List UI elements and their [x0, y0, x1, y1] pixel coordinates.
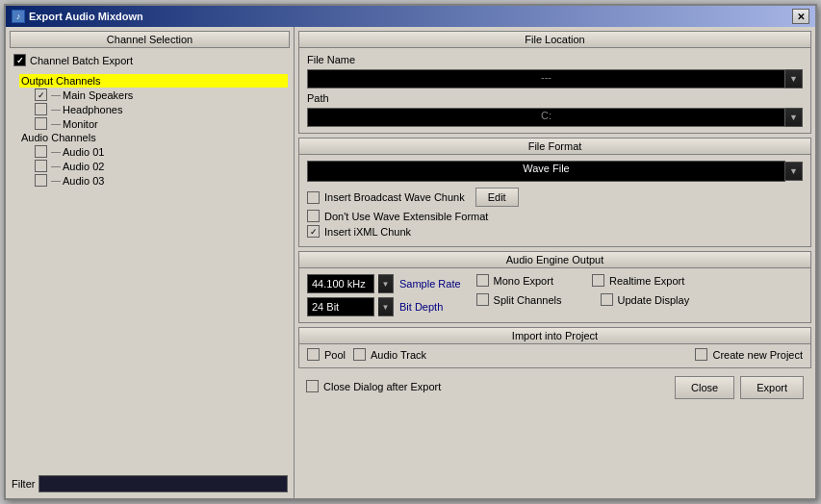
sample-rate-arrow[interactable]: ▼ — [378, 274, 394, 293]
import-right: Create new Project — [695, 348, 803, 364]
audio-engine-section: Audio Engine Output 44.100 kHz ▼ Sample … — [298, 251, 811, 323]
realtime-export-checkbox[interactable] — [592, 274, 604, 287]
wave-extensible-label: Don't Use Wave Extensible Format — [324, 211, 488, 222]
tree-line-4: — — [51, 146, 61, 157]
engine-checks-top: Mono Export Realtime Export — [476, 274, 803, 290]
tree-audio-01[interactable]: — Audio 01 — [33, 144, 288, 159]
format-dropdown-row: Wave File ▼ — [307, 161, 803, 182]
file-name-label: File Name — [307, 54, 803, 65]
format-select[interactable]: Wave File — [307, 161, 785, 182]
update-display-label: Update Display — [618, 294, 690, 306]
update-display-checkbox[interactable] — [601, 293, 613, 306]
sample-rate-label: Sample Rate — [399, 278, 461, 290]
right-panel: File Location File Name --- ▼ Path C: ▼ — [295, 27, 815, 498]
tree-main-speakers[interactable]: — Main Speakers — [33, 88, 288, 102]
create-project-row: Create new Project — [695, 348, 803, 361]
audio03-label: Audio 03 — [63, 175, 104, 187]
realtime-export-label: Realtime Export — [609, 275, 684, 287]
tree-monitor[interactable]: — Monitor — [33, 116, 288, 131]
path-label: Path — [307, 92, 803, 104]
tree-audio-channels[interactable]: Audio Channels — [19, 131, 288, 144]
export-button[interactable]: Export — [740, 376, 804, 399]
tree-audio-channels-label: Audio Channels — [21, 132, 96, 143]
filter-row: Filter — [10, 471, 290, 494]
realtime-export-row: Realtime Export — [592, 274, 684, 287]
file-format-content: Wave File ▼ Insert Broadcast Wave Chunk … — [299, 155, 810, 246]
edit-button[interactable]: Edit — [475, 188, 519, 207]
audio01-label: Audio 01 — [63, 146, 104, 158]
file-name-dropdown-arrow[interactable]: ▼ — [785, 69, 803, 88]
mono-export-checkbox[interactable] — [476, 274, 489, 287]
format-dropdown-arrow[interactable]: ▼ — [785, 162, 803, 181]
sample-rate-row: 44.100 kHz ▼ Sample Rate — [307, 274, 461, 293]
tree-line-1: — — [51, 89, 61, 100]
import-project-header: Import into Project — [299, 328, 810, 344]
engine-left: 44.100 kHz ▼ Sample Rate 24 Bit ▼ Bit De… — [307, 274, 461, 316]
filter-input[interactable] — [38, 475, 288, 492]
broadcast-wave-row: Insert Broadcast Wave Chunk Edit — [307, 188, 803, 207]
wave-extensible-row: Don't Use Wave Extensible Format — [307, 210, 803, 222]
create-project-label: Create new Project — [712, 349, 803, 361]
audio01-checkbox[interactable] — [35, 145, 47, 158]
create-project-checkbox[interactable] — [695, 348, 707, 361]
tree-view: Output Channels — Main Speakers — Headph… — [10, 72, 290, 471]
broadcast-wave-label: Insert Broadcast Wave Chunk — [324, 191, 465, 203]
bit-depth-row: 24 Bit ▼ Bit Depth — [307, 297, 461, 316]
broadcast-wave-checkbox[interactable] — [307, 191, 320, 204]
title-bar: ♪ Export Audio Mixdown ✕ — [6, 6, 815, 27]
audio-engine-header: Audio Engine Output — [299, 252, 810, 268]
tree-audio-02[interactable]: — Audio 02 — [33, 159, 288, 173]
split-channels-row: Split Channels — [476, 293, 562, 306]
file-format-header: File Format — [299, 139, 810, 155]
channel-batch-row: Channel Batch Export — [10, 52, 290, 68]
path-dropdown-arrow[interactable]: ▼ — [785, 108, 803, 127]
btn-row: Close Export — [675, 376, 804, 399]
import-project-section: Import into Project Pool Audio Track Cre… — [298, 327, 811, 368]
file-name-input[interactable]: --- — [307, 69, 785, 88]
main-speakers-checkbox[interactable] — [35, 88, 47, 101]
sample-rate-value: 44.100 kHz — [312, 278, 366, 290]
close-dialog-checkbox[interactable] — [306, 380, 319, 392]
file-location-header: File Location — [299, 32, 810, 48]
wave-extensible-checkbox[interactable] — [307, 210, 320, 222]
tree-line-6: — — [51, 175, 61, 186]
audio-track-label: Audio Track — [371, 349, 426, 361]
bit-depth-select[interactable]: 24 Bit — [307, 297, 374, 316]
bit-depth-arrow[interactable]: ▼ — [378, 297, 394, 316]
ixml-row: Insert iXML Chunk — [307, 225, 803, 238]
filter-label: Filter — [12, 478, 35, 490]
audio02-checkbox[interactable] — [35, 160, 47, 172]
left-panel: Channel Selection Channel Batch Export O… — [6, 27, 295, 498]
ixml-label: Insert iXML Chunk — [324, 226, 411, 238]
audio03-checkbox[interactable] — [35, 174, 47, 187]
tree-audio-03[interactable]: — Audio 03 — [33, 173, 288, 188]
bit-depth-label: Bit Depth — [399, 301, 443, 313]
channel-selection-header: Channel Selection — [10, 31, 290, 48]
close-dialog-row: Close Dialog after Export — [306, 380, 441, 392]
path-row: C: ▼ — [307, 108, 803, 127]
close-window-button[interactable]: ✕ — [792, 9, 809, 24]
engine-right: Mono Export Realtime Export Split Channe… — [476, 274, 803, 309]
bottom-row: Close Dialog after Export Close Export — [298, 372, 811, 403]
monitor-checkbox[interactable] — [35, 117, 47, 130]
ixml-checkbox[interactable] — [307, 225, 320, 238]
tree-headphones[interactable]: — Headphones — [33, 102, 288, 116]
app-icon: ♪ — [12, 10, 25, 23]
audio-engine-content: 44.100 kHz ▼ Sample Rate 24 Bit ▼ Bit De… — [299, 268, 810, 322]
file-location-section: File Location File Name --- ▼ Path C: ▼ — [298, 31, 811, 134]
pool-checkbox[interactable] — [307, 348, 320, 361]
title-bar-left: ♪ Export Audio Mixdown — [12, 10, 143, 23]
audio-track-checkbox[interactable] — [353, 348, 366, 361]
headphones-label: Headphones — [63, 104, 122, 115]
audio-track-row: Audio Track — [353, 348, 426, 361]
channel-batch-checkbox[interactable] — [13, 54, 26, 66]
headphones-checkbox[interactable] — [35, 103, 47, 115]
split-channels-checkbox[interactable] — [476, 293, 489, 306]
path-input[interactable]: C: — [307, 108, 785, 127]
tree-output-channels[interactable]: Output Channels — [19, 74, 288, 88]
dialog-title: Export Audio Mixdown — [29, 11, 143, 22]
engine-checks-bottom: Split Channels Update Display — [476, 293, 803, 309]
sample-rate-select[interactable]: 44.100 kHz — [307, 274, 374, 293]
close-button[interactable]: Close — [675, 376, 734, 399]
mono-export-row: Mono Export — [476, 274, 553, 287]
